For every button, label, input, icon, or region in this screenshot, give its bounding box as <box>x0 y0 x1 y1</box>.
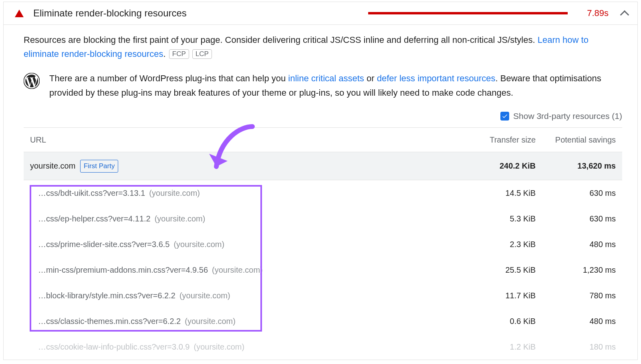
col-potential-savings: Potential savings <box>542 128 622 152</box>
resource-path: …css/classic-themes.min.css?ver=6.2.2 <box>38 317 181 326</box>
resource-host: (yoursite.com) <box>155 214 206 223</box>
resources-table: URL Transfer size Potential savings your… <box>24 127 622 359</box>
checkbox-checked-icon[interactable] <box>500 112 509 121</box>
wordpress-tip-text: There are a number of WordPress plug-ins… <box>49 71 622 99</box>
resource-savings: 480 ms <box>542 308 622 334</box>
resource-host: (yoursite.com) <box>179 291 230 300</box>
resource-size: 11.7 KiB <box>462 283 542 308</box>
table-row[interactable]: …block-library/style.min.css?ver=6.2.2(y… <box>24 283 622 308</box>
col-url: URL <box>24 128 462 152</box>
resource-savings: 1,230 ms <box>542 257 622 283</box>
audit-body: Resources are blocking the first paint o… <box>4 25 637 360</box>
col-transfer-size: Transfer size <box>462 128 542 152</box>
audit-panel: Eliminate render-blocking resources 7.89… <box>3 2 638 360</box>
resource-path: …block-library/style.min.css?ver=6.2.2 <box>38 291 175 300</box>
audit-header[interactable]: Eliminate render-blocking resources 7.89… <box>4 2 637 25</box>
table-row[interactable]: …css/classic-themes.min.css?ver=6.2.2(yo… <box>24 308 622 334</box>
resource-host: (yoursite.com) <box>212 265 263 274</box>
resource-size: 14.5 KiB <box>462 180 542 206</box>
resource-size: 1.2 KiB <box>462 334 542 360</box>
wordpress-tip: There are a number of WordPress plug-ins… <box>24 71 622 99</box>
resource-host: (yoursite.com) <box>185 317 236 326</box>
fcp-chip: FCP <box>169 49 189 59</box>
resource-path: …css/prime-slider-site.css?ver=3.6.5 <box>38 240 169 249</box>
desc-text: Resources are blocking the first paint o… <box>24 35 538 45</box>
resource-host: (yoursite.com) <box>149 189 200 197</box>
resource-savings: 480 ms <box>542 231 622 257</box>
resource-size: 25.5 KiB <box>462 257 542 283</box>
resource-path: …css/bdt-uikit.css?ver=3.13.1 <box>38 189 145 197</box>
table-row[interactable]: …min-css/premium-addons.min.css?ver=4.9.… <box>24 257 622 283</box>
resource-savings: 180 ms <box>542 334 622 360</box>
resource-savings: 630 ms <box>542 206 622 231</box>
resource-path: …css/ep-helper.css?ver=4.11.2 <box>38 214 151 223</box>
group-host: yoursite.com <box>30 161 75 170</box>
table-row[interactable]: …css/prime-slider-site.css?ver=3.6.5(you… <box>24 231 622 257</box>
third-party-label: Show 3rd-party resources (1) <box>513 109 622 123</box>
resource-size: 0.6 KiB <box>462 308 542 334</box>
resource-host: (yoursite.com) <box>194 342 245 351</box>
resource-path: …css/cookie-law-info-public.css?ver=3.0.… <box>38 342 190 351</box>
first-party-tag: First Party <box>80 160 118 172</box>
resource-path: …min-css/premium-addons.min.css?ver=4.9.… <box>38 265 208 274</box>
table-row[interactable]: …css/bdt-uikit.css?ver=3.13.1(yoursite.c… <box>24 180 622 206</box>
warning-triangle-icon <box>15 10 24 17</box>
group-row[interactable]: yoursite.com First Party 240.2 KiB 13,62… <box>24 152 622 180</box>
audit-duration: 7.89s <box>587 8 609 18</box>
third-party-toggle[interactable]: Show 3rd-party resources (1) <box>24 109 622 123</box>
desc-period: . <box>163 49 166 59</box>
wordpress-icon <box>24 73 40 89</box>
duration-bar <box>368 12 568 14</box>
table-row[interactable]: …css/ep-helper.css?ver=4.11.2(yoursite.c… <box>24 206 622 231</box>
resource-savings: 780 ms <box>542 283 622 308</box>
group-savings: 13,620 ms <box>577 161 616 170</box>
table-row[interactable]: …css/cookie-law-info-public.css?ver=3.0.… <box>24 334 622 360</box>
audit-title: Eliminate render-blocking resources <box>33 8 187 19</box>
group-size: 240.2 KiB <box>500 161 536 170</box>
resource-size: 5.3 KiB <box>462 206 542 231</box>
audit-description: Resources are blocking the first paint o… <box>24 33 622 61</box>
resource-size: 2.3 KiB <box>462 231 542 257</box>
lcp-chip: LCP <box>192 49 212 59</box>
chevron-up-icon[interactable] <box>620 10 629 20</box>
defer-resources-link[interactable]: defer less important resources <box>377 73 496 83</box>
resource-savings: 630 ms <box>542 180 622 206</box>
resource-host: (yoursite.com) <box>173 240 224 249</box>
inline-critical-link[interactable]: inline critical assets <box>288 73 364 83</box>
